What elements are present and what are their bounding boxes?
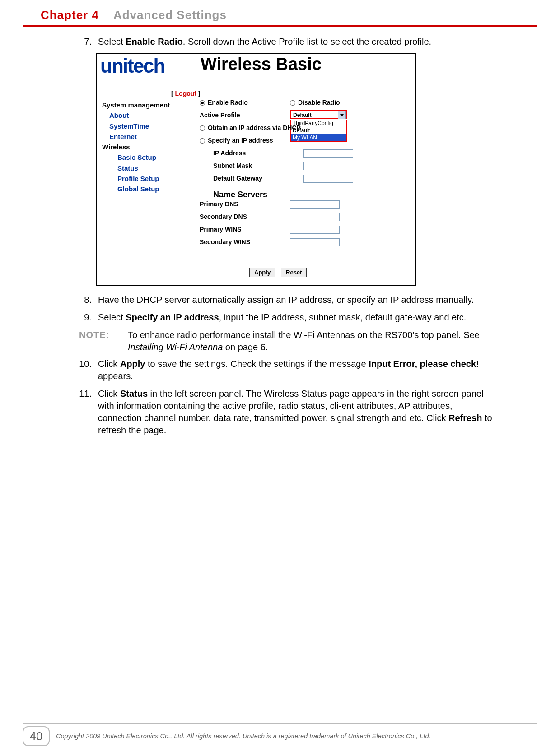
- menu-system-management: System management: [102, 100, 188, 110]
- chapter-header: Chapter 4 Advanced Settings: [0, 0, 560, 25]
- primary-wins-input[interactable]: [290, 226, 340, 234]
- secondary-wins-input[interactable]: [290, 238, 340, 246]
- step-7: 7. Select Enable Radio. Scroll down the …: [79, 36, 492, 48]
- step-9: 9. Select Specify an IP address, input t…: [79, 311, 492, 324]
- menu-wireless: Wireless: [102, 142, 188, 152]
- step-body: Have the DHCP server automatically assig…: [98, 294, 492, 306]
- step-body: Select Specify an IP address, input the …: [98, 311, 492, 324]
- logout-link[interactable]: [ Logout ]: [171, 90, 201, 97]
- menu-about[interactable]: About: [109, 110, 188, 121]
- step-body: Select Enable Radio. Scroll down the Act…: [98, 36, 492, 48]
- subnet-mask-input[interactable]: [303, 162, 353, 170]
- chapter-number: Chapter 4: [41, 8, 99, 22]
- menu-global-setup[interactable]: Global Setup: [117, 184, 188, 194]
- menu-status[interactable]: Status: [117, 163, 188, 173]
- radio-specify-ip[interactable]: [200, 138, 205, 144]
- secondary-dns-input[interactable]: [290, 213, 340, 221]
- note-label: NOTE:: [79, 329, 128, 353]
- step-number: 10.: [79, 358, 98, 382]
- active-profile-select[interactable]: Default: [290, 110, 347, 119]
- reset-button[interactable]: Reset: [281, 268, 307, 277]
- radio-disable[interactable]: [290, 100, 295, 106]
- step-number: 11.: [79, 388, 98, 436]
- side-menu: System management About SystemTime Enter…: [102, 100, 188, 194]
- subnet-mask-label: Subnet Mask: [213, 162, 252, 169]
- menu-basic-setup[interactable]: Basic Setup: [117, 152, 188, 162]
- ip-address-label: IP Address: [213, 149, 246, 157]
- note-body: To enhance radio performance install the…: [128, 329, 492, 353]
- step-number: 9.: [79, 311, 98, 324]
- default-gateway-input[interactable]: [303, 175, 353, 183]
- radio-obtain-dhcp[interactable]: [200, 125, 205, 131]
- step-number: 8.: [79, 294, 98, 306]
- default-gateway-label: Default Gateway: [213, 175, 262, 182]
- ip-address-input[interactable]: [303, 149, 353, 158]
- step-11: 11. Click Status in the left screen pane…: [79, 388, 492, 436]
- secondary-dns-label: Secondary DNS: [200, 213, 247, 220]
- primary-dns-label: Primary DNS: [200, 200, 238, 208]
- radio-enable[interactable]: [200, 100, 205, 106]
- form-area: Enable Radio Disable Radio Active Profil…: [200, 99, 412, 251]
- step-body: Click Apply to save the settings. Check …: [98, 358, 492, 382]
- page-content: 7. Select Enable Radio. Scroll down the …: [0, 27, 560, 436]
- chapter-title: Advanced Settings: [113, 8, 227, 22]
- note-block: NOTE: To enhance radio performance insta…: [79, 329, 492, 353]
- active-profile-label: Active Profile: [200, 111, 240, 119]
- name-servers-heading: Name Servers: [213, 187, 412, 200]
- primary-wins-label: Primary WINS: [200, 226, 242, 233]
- step-10: 10. Click Apply to save the settings. Ch…: [79, 358, 492, 382]
- primary-dns-input[interactable]: [290, 200, 340, 209]
- secondary-wins-label: Secondary WINS: [200, 238, 250, 246]
- brand-logo: unitech: [100, 55, 204, 83]
- panel-title: Wireless Basic: [201, 55, 322, 74]
- menu-enternet[interactable]: Enternet: [109, 131, 188, 142]
- wireless-basic-screenshot: unitech Wireless Basic [ Logout ] System…: [96, 53, 416, 286]
- apply-button[interactable]: Apply: [249, 268, 275, 277]
- menu-systemtime[interactable]: SystemTime: [109, 121, 188, 131]
- step-body: Click Status in the left screen panel. T…: [98, 388, 492, 436]
- step-number: 7.: [79, 36, 98, 48]
- menu-profile-setup[interactable]: Profile Setup: [117, 173, 188, 184]
- step-8: 8. Have the DHCP server automatically as…: [79, 294, 492, 306]
